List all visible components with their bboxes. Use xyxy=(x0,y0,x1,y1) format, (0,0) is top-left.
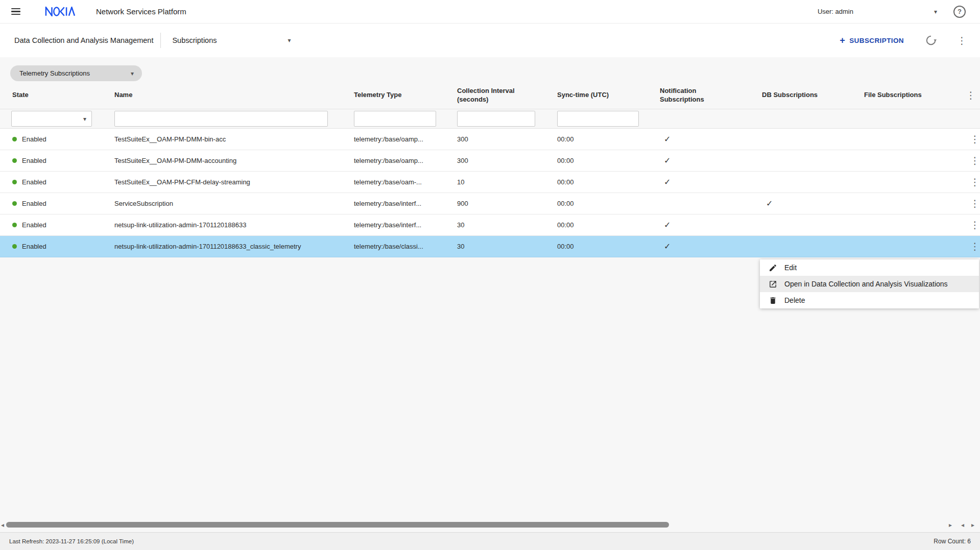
telemetry-type-cell: telemetry:/base/oamp... xyxy=(354,135,457,143)
table-body: Enabled TestSuiteEx__OAM-PM-DMM-bin-acc … xyxy=(0,129,980,257)
name-cell: TestSuiteEx__OAM-PM-DMM-bin-acc xyxy=(114,135,354,143)
actionbar-divider xyxy=(160,33,161,48)
pencil-icon xyxy=(768,263,777,272)
name-filter-input[interactable] xyxy=(114,111,328,127)
state-filter-select[interactable]: ▾ xyxy=(11,111,92,127)
view-selector-label: Subscriptions xyxy=(172,36,217,44)
column-header-name[interactable]: Name xyxy=(114,91,354,100)
row-overflow-menu-icon[interactable]: ⋮ xyxy=(966,134,980,144)
table-row[interactable]: Enabled TestSuiteEx__OAM-PM-DMM-bin-acc … xyxy=(0,129,980,150)
telemetry-type-cell: telemetry:/base/interf... xyxy=(354,221,457,229)
state-label: Enabled xyxy=(22,178,46,186)
table-row[interactable]: Enabled TestSuiteEx__OAM-PM-CFM-delay-st… xyxy=(0,172,980,193)
collection-interval-cell: 300 xyxy=(457,157,557,164)
add-subscription-button[interactable]: + SUBSCRIPTION xyxy=(840,36,904,45)
state-filter-caret-icon: ▾ xyxy=(83,116,86,122)
context-menu-item-delete[interactable]: Delete xyxy=(760,292,979,308)
row-overflow-menu-icon[interactable]: ⋮ xyxy=(966,199,980,208)
row-overflow-menu-icon[interactable]: ⋮ xyxy=(966,177,980,187)
table-row[interactable]: Enabled ServiceSubscription telemetry:/b… xyxy=(0,193,980,214)
sync-time-cell: 00:00 xyxy=(557,200,660,207)
horizontal-scrollbar-thumb[interactable] xyxy=(6,522,669,528)
collection-interval-cell: 300 xyxy=(457,135,557,143)
collection-interval-cell: 900 xyxy=(457,200,557,207)
add-subscription-label: SUBSCRIPTION xyxy=(849,37,904,44)
notification-subscriptions-check-icon: ✓ xyxy=(660,220,762,230)
enabled-status-dot-icon xyxy=(12,137,17,141)
row-overflow-menu-icon[interactable]: ⋮ xyxy=(966,242,980,251)
table-header-row: StateNameTelemetry TypeCollection Interv… xyxy=(0,82,980,109)
plus-icon: + xyxy=(840,36,845,45)
help-icon[interactable]: ? xyxy=(953,6,966,18)
page-next-icon[interactable]: ▸ xyxy=(971,521,974,529)
collection-interval-cell: 30 xyxy=(457,221,557,229)
page-overflow-menu-icon[interactable]: ⋮ xyxy=(957,36,967,45)
column-header-notification-subscriptions[interactable]: Notification Subscriptions xyxy=(660,87,762,104)
context-menu-label: Edit xyxy=(784,264,797,272)
name-cell: netsup-link-utilization-admin-1701120188… xyxy=(114,243,354,250)
chip-caret-icon: ▾ xyxy=(131,70,134,77)
user-menu-caret-icon[interactable]: ▾ xyxy=(934,9,937,15)
context-menu-item-edit[interactable]: Edit xyxy=(760,259,979,276)
scroll-right-icon[interactable]: ▸ xyxy=(949,521,952,529)
state-label: Enabled xyxy=(22,200,46,207)
state-cell: Enabled xyxy=(0,243,114,250)
last-refresh-text: Last Refresh: 2023-11-27 16:25:09 (Local… xyxy=(9,538,134,544)
name-cell: TestSuiteEx__OAM-PM-DMM-accounting xyxy=(114,157,354,164)
column-header-db-subscriptions[interactable]: DB Subscriptions xyxy=(762,91,864,100)
sync-time-cell: 00:00 xyxy=(557,178,660,186)
top-app-bar: Network Services Platform User: admin ▾ … xyxy=(0,0,980,23)
name-cell: netsup-link-utilization-admin-1701120188… xyxy=(114,221,354,229)
nokia-logo xyxy=(45,7,76,16)
telemetry-type-cell: telemetry:/base/classi... xyxy=(354,243,457,250)
enabled-status-dot-icon xyxy=(12,158,17,163)
column-header-state[interactable]: State xyxy=(0,91,114,100)
notification-subscriptions-check-icon: ✓ xyxy=(660,242,762,251)
scroll-left-icon[interactable]: ◂ xyxy=(1,521,4,529)
telemetry-type-filter-input[interactable] xyxy=(354,111,436,127)
name-cell: ServiceSubscription xyxy=(114,200,354,207)
status-bar: Last Refresh: 2023-11-27 16:25:09 (Local… xyxy=(0,532,980,550)
sync-time-filter-input[interactable] xyxy=(557,111,639,127)
column-header-collection-interval-seconds-[interactable]: Collection Interval (seconds) xyxy=(457,87,557,104)
enabled-status-dot-icon xyxy=(12,244,17,249)
chip-label: Telemetry Subscriptions xyxy=(19,69,90,77)
sync-time-cell: 00:00 xyxy=(557,157,660,164)
state-label: Enabled xyxy=(22,221,46,229)
table-row[interactable]: Enabled netsup-link-utilization-admin-17… xyxy=(0,236,980,257)
topbar-right-group: User: admin ▾ ? xyxy=(818,6,980,18)
column-header-telemetry-type[interactable]: Telemetry Type xyxy=(354,91,457,100)
column-settings-icon[interactable]: ⋮ xyxy=(962,90,980,100)
table-row[interactable]: Enabled netsup-link-utilization-admin-17… xyxy=(0,214,980,236)
view-selector-dropdown[interactable]: Subscriptions ▾ xyxy=(172,36,291,44)
action-bar: Data Collection and Analysis Management … xyxy=(0,23,980,57)
state-cell: Enabled xyxy=(0,200,114,207)
sync-time-cell: 00:00 xyxy=(557,135,660,143)
context-menu-label: Delete xyxy=(784,296,805,304)
db-subscriptions-check-icon: ✓ xyxy=(762,199,864,208)
view-selector-caret-icon: ▾ xyxy=(288,37,291,43)
column-header-file-subscriptions[interactable]: File Subscriptions xyxy=(864,91,962,100)
column-header-sync-time-utc-[interactable]: Sync-time (UTC) xyxy=(557,91,660,100)
state-label: Enabled xyxy=(22,243,46,250)
state-label: Enabled xyxy=(22,157,46,164)
row-overflow-menu-icon[interactable]: ⋮ xyxy=(966,156,980,165)
state-label: Enabled xyxy=(22,135,46,143)
telemetry-type-cell: telemetry:/base/interf... xyxy=(354,200,457,207)
collection-interval-filter-input[interactable] xyxy=(457,111,535,127)
row-context-menu: Edit Open in Data Collection and Analysi… xyxy=(760,259,979,308)
notification-subscriptions-check-icon: ✓ xyxy=(660,134,762,144)
hamburger-menu-icon[interactable] xyxy=(11,8,20,15)
row-overflow-menu-icon[interactable]: ⋮ xyxy=(966,220,980,230)
user-menu-label[interactable]: User: admin xyxy=(818,8,853,15)
state-cell: Enabled xyxy=(0,135,114,143)
table-row[interactable]: Enabled TestSuiteEx__OAM-PM-DMM-accounti… xyxy=(0,150,980,172)
row-count-text: Row Count: 6 xyxy=(934,538,971,545)
state-cell: Enabled xyxy=(0,178,114,186)
state-cell: Enabled xyxy=(0,157,114,164)
page-prev-icon[interactable]: ◂ xyxy=(961,521,964,529)
enabled-status-dot-icon xyxy=(12,180,17,184)
context-menu-item-open-in-visualizations[interactable]: Open in Data Collection and Analysis Vis… xyxy=(760,276,979,292)
refresh-icon[interactable] xyxy=(925,35,937,46)
telemetry-subscriptions-chip[interactable]: Telemetry Subscriptions ▾ xyxy=(10,65,142,81)
